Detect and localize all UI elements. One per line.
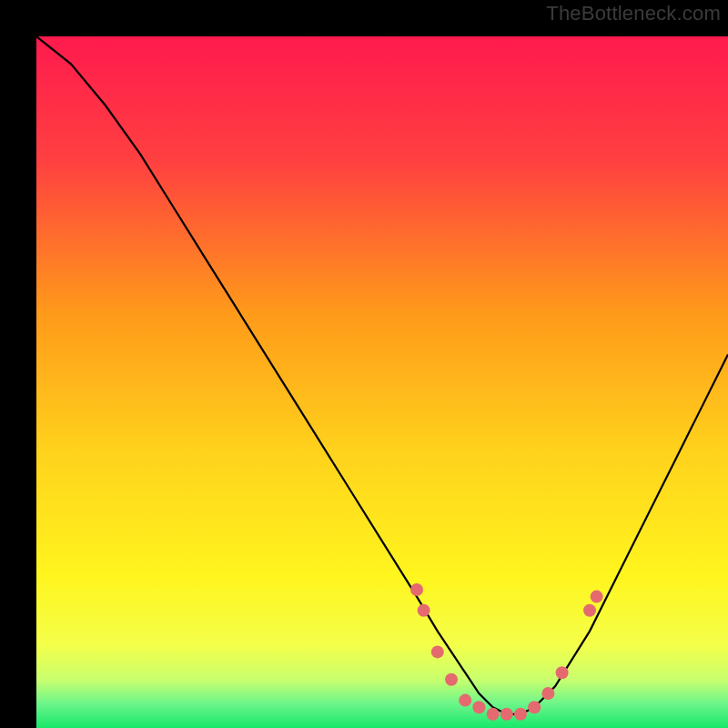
curve-marker-dot bbox=[583, 604, 596, 617]
curve-marker-dot bbox=[418, 604, 430, 617]
curve-marker-dot bbox=[541, 687, 554, 700]
bottleneck-chart bbox=[36, 36, 728, 728]
curve-marker-dot bbox=[500, 708, 513, 721]
curve-marker-dot bbox=[459, 694, 471, 707]
chart-frame bbox=[18, 18, 710, 710]
watermark-text: TheBottleneck.com bbox=[546, 2, 721, 25]
curve-marker-dot bbox=[472, 701, 485, 713]
curve-marker-dot bbox=[431, 645, 444, 658]
curve-marker-dot bbox=[591, 591, 603, 603]
curve-marker-dot bbox=[445, 673, 458, 686]
curve-marker-dot bbox=[556, 666, 569, 679]
curve-marker-dot bbox=[410, 583, 423, 596]
curve-marker-dot bbox=[514, 708, 527, 721]
curve-marker-dot bbox=[528, 701, 541, 713]
curve-marker-dot bbox=[487, 708, 500, 721]
gradient-background bbox=[36, 36, 728, 728]
